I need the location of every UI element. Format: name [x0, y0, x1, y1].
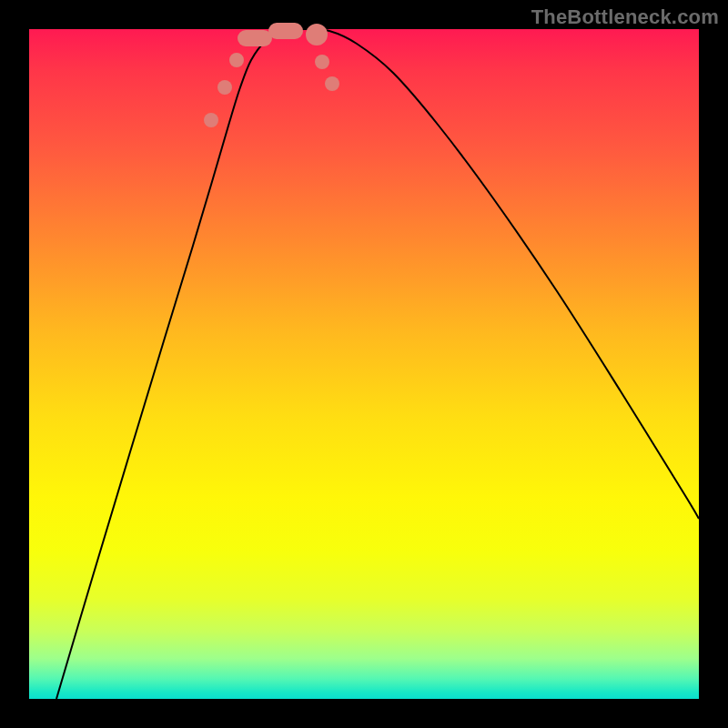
data-marker — [238, 30, 272, 46]
chart-frame: TheBottleneck.com — [0, 0, 728, 728]
data-marker — [204, 113, 218, 127]
curve-path — [56, 29, 699, 699]
curve-svg — [29, 29, 699, 699]
data-marker — [325, 76, 339, 91]
data-marker — [315, 55, 329, 69]
watermark-text: TheBottleneck.com — [531, 5, 719, 29]
data-marker — [229, 53, 244, 67]
data-marker — [306, 24, 328, 46]
data-marker — [217, 80, 232, 95]
data-marker — [268, 23, 303, 39]
plot-area — [29, 29, 699, 699]
